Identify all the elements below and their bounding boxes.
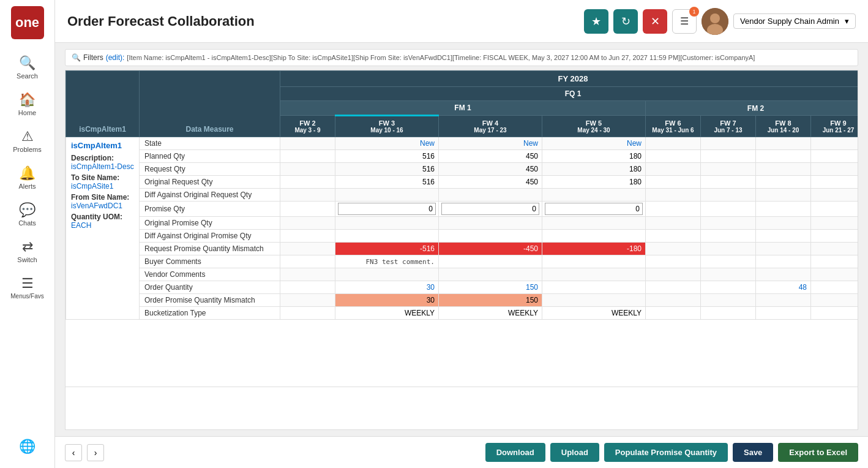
svg-point-1 xyxy=(710,13,720,23)
measure-cell: Vendor Comments xyxy=(140,268,280,281)
cell-input[interactable] xyxy=(338,203,436,215)
data-cell xyxy=(701,255,756,268)
data-cell xyxy=(439,255,542,268)
user-name: Vendor Supply Chain Admin xyxy=(740,17,839,26)
data-cell xyxy=(280,150,335,163)
measure-cell: Bucketization Type xyxy=(140,307,280,320)
input-cell[interactable] xyxy=(335,202,439,217)
data-cell xyxy=(811,307,859,320)
data-cell xyxy=(542,255,646,268)
data-cell xyxy=(280,294,335,307)
sidebar-item-home[interactable]: 🏠 Home xyxy=(0,86,54,123)
data-cell xyxy=(701,268,756,281)
sidebar-item-switch[interactable]: ⇄ Switch xyxy=(0,233,54,270)
data-cell xyxy=(646,163,701,176)
sidebar-item-label: Home xyxy=(18,109,36,116)
data-cell xyxy=(756,189,811,202)
sidebar-item-search[interactable]: 🔍 Search xyxy=(0,49,54,86)
filter-label: Filters xyxy=(83,53,103,62)
data-cell: 516 xyxy=(335,163,439,176)
data-cell xyxy=(280,268,335,281)
data-cell xyxy=(335,268,439,281)
item-name: isCmpAltem1 xyxy=(71,141,134,150)
measure-cell: Original Request Qty xyxy=(140,176,280,189)
refresh-button[interactable]: ↻ xyxy=(613,9,638,34)
data-cell xyxy=(811,150,859,163)
data-cell xyxy=(280,243,335,255)
measure-cell: State xyxy=(140,137,280,150)
export-button[interactable]: Export to Excel xyxy=(778,443,858,462)
cell-input[interactable] xyxy=(441,203,539,215)
data-cell xyxy=(542,217,646,230)
sidebar-item-chats[interactable]: 💬 Chats xyxy=(0,196,54,233)
sidebar-item-menus[interactable]: ☰ Menus/Favs xyxy=(0,270,54,306)
fw7-header: FW 7 Jun 7 - 13 xyxy=(701,116,756,137)
data-cell xyxy=(646,281,701,294)
save-button[interactable]: Save xyxy=(733,443,773,462)
data-cell: New xyxy=(542,137,646,150)
data-cell: 450 xyxy=(439,150,542,163)
data-cell xyxy=(701,176,756,189)
sidebar-item-alerts[interactable]: 🔔 Alerts xyxy=(0,159,54,196)
data-cell: WEEKLY xyxy=(542,307,646,320)
data-cell xyxy=(439,230,542,243)
upload-button[interactable]: Upload xyxy=(550,443,599,462)
data-cell xyxy=(756,176,811,189)
sidebar-item-globe[interactable]: 🌐 xyxy=(0,432,54,462)
data-cell xyxy=(811,176,859,189)
empty-area xyxy=(65,387,858,430)
data-cell: 30 xyxy=(335,294,439,307)
data-cell xyxy=(811,163,859,176)
cell-input[interactable] xyxy=(545,203,643,215)
to-site-value: isCmpASite1 xyxy=(71,182,113,191)
data-cell xyxy=(335,217,439,230)
data-cell: 180 xyxy=(542,163,646,176)
fy-header: FY 2028 xyxy=(280,71,859,87)
data-cell xyxy=(439,268,542,281)
sidebar-item-label: Alerts xyxy=(18,183,36,190)
data-cell: 150 xyxy=(439,294,542,307)
content-area: 🔍 Filters (edit): [Item Name: isCmpAltem… xyxy=(55,43,868,436)
filter-edit[interactable]: (edit): xyxy=(106,53,125,62)
data-cell xyxy=(646,202,701,217)
description-value: isCmpAltem1-Desc xyxy=(71,162,134,171)
to-site-label: To Site Name: xyxy=(71,173,119,182)
measure-cell: Order Quantity xyxy=(140,281,280,294)
data-cell: 150 xyxy=(439,281,542,294)
data-cell xyxy=(811,189,859,202)
input-cell[interactable] xyxy=(542,202,646,217)
bottom-bar: ‹ › Download Upload Populate Promise Qua… xyxy=(55,436,868,468)
data-cell xyxy=(701,150,756,163)
sidebar-item-problems[interactable]: ⚠ Problems xyxy=(0,123,54,159)
data-cell xyxy=(701,307,756,320)
data-cell: 48 xyxy=(756,281,811,294)
table-row: Request Promise Quantity Mismatch-516-45… xyxy=(66,243,859,255)
data-cell: -450 xyxy=(439,243,542,255)
fq-header: FQ 1 xyxy=(280,87,859,101)
data-cell xyxy=(756,294,811,307)
close-button[interactable]: ✕ xyxy=(643,9,667,34)
data-cell xyxy=(811,137,859,150)
data-cell xyxy=(280,281,335,294)
download-button[interactable]: Download xyxy=(485,443,545,462)
data-cell xyxy=(280,202,335,217)
table-row: Bucketization TypeWEEKLYWEEKLYWEEKLY xyxy=(66,307,859,320)
data-cell xyxy=(542,230,646,243)
sidebar-item-label: Switch xyxy=(17,256,37,263)
populate-promise-button[interactable]: Populate Promise Quantity xyxy=(604,443,728,462)
data-cell xyxy=(646,230,701,243)
app-logo[interactable]: one xyxy=(11,6,44,39)
star-button[interactable]: ★ xyxy=(584,9,608,34)
data-cell xyxy=(646,150,701,163)
data-cell xyxy=(280,255,335,268)
prev-button[interactable]: ‹ xyxy=(65,444,82,461)
input-cell[interactable] xyxy=(439,202,542,217)
warning-icon: ⚠ xyxy=(21,129,34,145)
data-grid[interactable]: isCmpAltem1 Data Measure FY 2028 FQ 1 FM… xyxy=(65,70,858,387)
data-cell: 180 xyxy=(542,176,646,189)
user-dropdown[interactable]: Vendor Supply Chain Admin ▾ xyxy=(733,13,856,29)
table-row: Vendor Comments xyxy=(66,268,859,281)
table-row: Order Promise Quantity Mismatch30150 xyxy=(66,294,859,307)
next-button[interactable]: › xyxy=(87,444,104,461)
table-row: Planned Qty516450180 xyxy=(66,150,859,163)
